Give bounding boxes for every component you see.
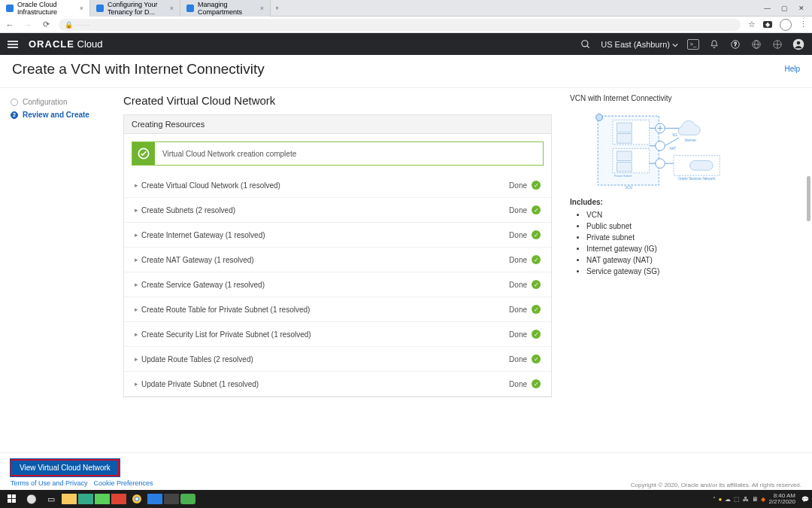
app-icon[interactable] xyxy=(180,494,195,504)
resource-row[interactable]: ▸Create NAT Gateway (1 resolved)Done ✓ xyxy=(124,248,551,272)
view-vcn-button[interactable]: View Virtual Cloud Network xyxy=(11,459,120,476)
check-icon: ✓ xyxy=(532,379,541,388)
app-icon[interactable] xyxy=(111,494,126,504)
notification-icon[interactable]: 💬 xyxy=(801,496,809,503)
browser-tab[interactable]: Configuring Your Tenancy for D... × xyxy=(90,0,180,17)
svg-point-12 xyxy=(596,114,603,120)
chevron-right-icon: ▸ xyxy=(135,231,138,239)
check-icon: ✓ xyxy=(532,354,541,364)
console-icon[interactable]: >_ xyxy=(687,39,699,50)
info-title: VCN with Internet Connectivity xyxy=(570,94,800,102)
resource-label: Create Virtual Cloud Network (1 resolved… xyxy=(141,181,280,190)
tray-icon[interactable]: ☁ xyxy=(725,496,731,503)
resource-row[interactable]: ▸Create Internet Gateway (1 resolved)Don… xyxy=(124,223,551,248)
help-link[interactable]: Help xyxy=(784,65,800,73)
cookie-link[interactable]: Cookie Preferences xyxy=(94,479,153,487)
scroll-thumb[interactable] xyxy=(807,176,810,221)
includes-item: NAT gateway (NAT) xyxy=(586,254,800,266)
check-icon: ✓ xyxy=(532,305,541,314)
resource-row[interactable]: ▸Create Virtual Cloud Network (1 resolve… xyxy=(124,173,551,198)
tray-icon[interactable]: ◆ xyxy=(761,496,765,503)
tray-icon[interactable]: 🖥 xyxy=(752,496,758,503)
forward-icon[interactable]: → xyxy=(23,20,33,29)
language-icon[interactable] xyxy=(750,38,762,50)
bell-icon[interactable] xyxy=(708,38,720,50)
resource-row[interactable]: ▸Create Subnets (2 resolved)Done ✓ xyxy=(124,198,551,223)
chevron-right-icon: ▸ xyxy=(135,181,138,189)
resource-row[interactable]: ▸Update Route Tables (2 resolved)Done ✓ xyxy=(124,347,551,372)
minimize-icon[interactable]: — xyxy=(764,5,771,12)
page-footer: View Virtual Cloud Network Terms of Use … xyxy=(0,452,812,490)
check-icon: ✓ xyxy=(532,330,541,339)
user-icon[interactable] xyxy=(792,38,804,50)
svg-point-42 xyxy=(135,497,138,500)
browser-tab-strip: Oracle Cloud Infrastructure × Configurin… xyxy=(0,0,812,17)
resources-panel: Creating Resources Virtual Cloud Network… xyxy=(123,114,552,397)
resource-status: Done ✓ xyxy=(509,354,541,364)
completion-banner: Virtual Cloud Network creation complete xyxy=(132,141,544,166)
svg-text:Oracle Services Network: Oracle Services Network xyxy=(677,177,715,181)
svg-line-26 xyxy=(665,138,679,146)
close-icon[interactable]: × xyxy=(260,5,264,12)
taskview-icon[interactable]: ▭ xyxy=(42,491,60,506)
app-icon[interactable] xyxy=(164,494,179,504)
step-number-icon xyxy=(11,99,18,106)
back-icon[interactable]: ← xyxy=(5,20,15,29)
help-icon[interactable]: ? xyxy=(729,38,741,50)
includes-heading: Includes: xyxy=(570,198,800,206)
browser-tab[interactable]: Managing Compartments × xyxy=(180,0,271,17)
address-input[interactable]: 🔒 ········ xyxy=(59,19,741,31)
app-icon[interactable] xyxy=(95,494,110,504)
step-label: Configuration xyxy=(23,98,67,106)
explorer-icon[interactable] xyxy=(62,494,77,504)
star-icon[interactable]: ☆ xyxy=(748,20,756,29)
svg-text:Internet: Internet xyxy=(684,138,696,142)
close-icon[interactable]: × xyxy=(170,5,174,12)
region-selector[interactable]: US East (Ashburn) xyxy=(601,40,678,49)
scrollbar[interactable] xyxy=(807,33,810,488)
resource-row[interactable]: ▸Create Route Table for Private Subnet (… xyxy=(124,297,551,322)
svg-text:Private Subnet: Private Subnet xyxy=(614,175,632,178)
extension-icon[interactable]: ◆ xyxy=(763,21,772,28)
browser-tab-active[interactable]: Oracle Cloud Infrastructure × xyxy=(0,0,90,17)
menu-icon[interactable] xyxy=(8,41,18,48)
completion-text: Virtual Cloud Network creation complete xyxy=(155,150,296,158)
resource-row[interactable]: ▸Update Private Subnet (1 resolved)Done … xyxy=(124,372,551,397)
close-window-icon[interactable]: ✕ xyxy=(798,5,804,12)
maximize-icon[interactable]: ▢ xyxy=(781,5,788,12)
step-review[interactable]: 2 Review and Create xyxy=(11,108,120,121)
new-tab-button[interactable]: + xyxy=(271,5,283,12)
copyright: Copyright © 2020, Oracle and/or its affi… xyxy=(631,482,801,488)
terms-link[interactable]: Terms of Use and Privacy xyxy=(11,479,88,487)
resource-row[interactable]: ▸Create Security List for Private Subnet… xyxy=(124,322,551,347)
start-icon[interactable] xyxy=(3,491,21,506)
chevron-right-icon: ▸ xyxy=(135,256,138,263)
app-icon[interactable] xyxy=(78,494,93,504)
reload-icon[interactable]: ⟳ xyxy=(41,20,51,29)
menu-icon[interactable]: ⋮ xyxy=(799,20,807,29)
close-icon[interactable]: × xyxy=(80,5,83,12)
chevron-right-icon: ▸ xyxy=(135,380,138,388)
step-configuration[interactable]: Configuration xyxy=(11,96,120,108)
tray-up-icon[interactable]: ˄ xyxy=(713,496,716,503)
resource-row[interactable]: ▸Create Service Gateway (1 resolved)Done… xyxy=(124,272,551,297)
app-header: ORACLE Cloud US East (Ashburn) >_ ? xyxy=(0,33,812,55)
search-icon[interactable]: ⚪ xyxy=(23,491,41,506)
chrome-icon[interactable] xyxy=(128,491,146,506)
tray-icon[interactable]: 🖧 xyxy=(743,496,749,503)
search-icon[interactable] xyxy=(580,38,592,50)
profile-icon[interactable] xyxy=(780,19,792,31)
globe-icon[interactable] xyxy=(771,38,783,50)
resource-label: Create Internet Gateway (1 resolved) xyxy=(141,231,265,239)
page-content: Create a VCN with Internet Connectivity … xyxy=(0,55,812,476)
check-icon: ✓ xyxy=(532,280,541,289)
clock[interactable]: 8:40 AM 2/27/2020 xyxy=(768,493,798,505)
tray-icon[interactable]: ● xyxy=(719,496,723,503)
includes-item: Internet gateway (IG) xyxy=(586,243,800,254)
title-bar: Create a VCN with Internet Connectivity … xyxy=(0,55,812,88)
chevron-right-icon: ▸ xyxy=(135,281,138,288)
lock-icon: 🔒 xyxy=(65,21,73,29)
tray-icon[interactable]: ⬚ xyxy=(734,496,740,503)
app-icon[interactable] xyxy=(147,494,162,504)
includes-item: Service gateway (SG) xyxy=(586,266,800,277)
